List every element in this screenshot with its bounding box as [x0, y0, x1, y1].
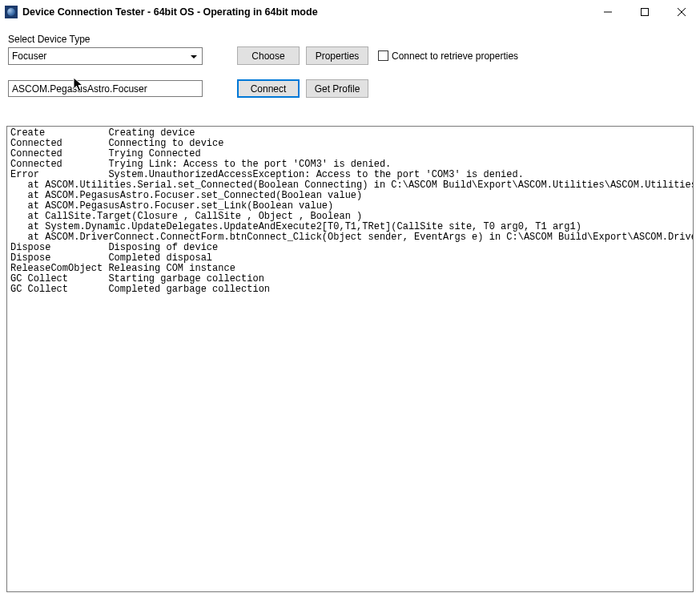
close-button[interactable] — [663, 0, 700, 24]
titlebar: Device Connection Tester - 64bit OS - Op… — [0, 0, 700, 24]
retrieve-checkbox-wrap[interactable]: Connect to retrieve properties — [378, 50, 518, 62]
window-title: Device Connection Tester - 64bit OS - Op… — [22, 6, 589, 18]
device-type-combobox[interactable]: Focuser — [8, 47, 203, 65]
get-profile-button[interactable]: Get Profile — [306, 79, 368, 98]
device-type-label: Select Device Type — [8, 34, 692, 45]
driver-id-value: ASCOM.PegasusAstro.Focuser — [12, 83, 147, 95]
connect-button[interactable]: Connect — [237, 79, 300, 98]
window-controls — [589, 0, 700, 24]
choose-button[interactable]: Choose — [237, 46, 300, 65]
device-type-value: Focuser — [12, 50, 46, 62]
app-icon — [5, 6, 18, 18]
driver-id-textbox[interactable]: ASCOM.PegasusAstro.Focuser — [8, 80, 203, 97]
log-output[interactable]: Create Creating device Connected Connect… — [6, 126, 694, 592]
retrieve-checkbox[interactable] — [378, 50, 388, 61]
minimize-button[interactable] — [589, 0, 626, 24]
retrieve-checkbox-label: Connect to retrieve properties — [392, 50, 518, 62]
svg-rect-1 — [642, 9, 649, 16]
device-type-row: Focuser Choose Properties Connect to ret… — [8, 46, 692, 65]
maximize-button[interactable] — [626, 0, 663, 24]
properties-button[interactable]: Properties — [306, 46, 368, 65]
driver-row: ASCOM.PegasusAstro.Focuser Connect Get P… — [8, 79, 692, 98]
main-content: Select Device Type Focuser Choose Proper… — [0, 24, 700, 126]
